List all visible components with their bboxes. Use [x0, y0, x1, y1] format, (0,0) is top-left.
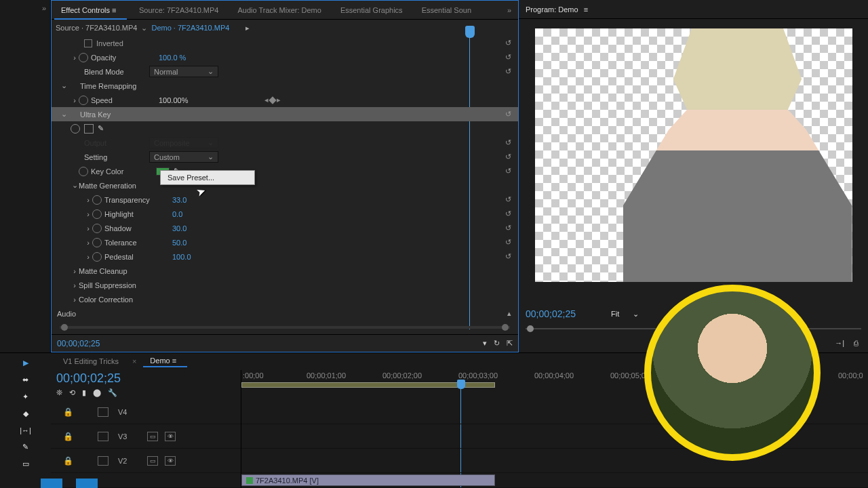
- reset-button[interactable]: [505, 39, 511, 47]
- shadow-value[interactable]: 30.0: [170, 224, 231, 232]
- reset-button[interactable]: [505, 53, 511, 62]
- wrench-icon[interactable]: 🔧: [108, 388, 117, 397]
- twisty-icon[interactable]: ⌄: [71, 181, 79, 190]
- play-icon[interactable]: ▸: [245, 24, 250, 33]
- inverted-checkbox[interactable]: [84, 39, 92, 47]
- slip-tool-icon[interactable]: |↔|: [20, 426, 31, 434]
- expand-panel-icon[interactable]: »: [0, 0, 50, 12]
- twisty-icon[interactable]: ›: [84, 210, 92, 218]
- stopwatch-icon[interactable]: [92, 224, 102, 233]
- track-toggle[interactable]: [98, 456, 108, 466]
- keyframe-nav[interactable]: ◂ ▸: [264, 96, 281, 104]
- twisty-icon[interactable]: ›: [84, 239, 92, 247]
- ultra-key-effect[interactable]: Ultra Key: [80, 110, 175, 119]
- highlight-value[interactable]: 0.0: [170, 210, 231, 218]
- lock-icon[interactable]: 🔒: [63, 407, 73, 417]
- track-lane-v1[interactable]: 7F2A3410.MP4 [V]: [241, 473, 868, 488]
- sequence-tab-active[interactable]: Demo: [143, 355, 186, 367]
- linked-selection-icon[interactable]: ⟲: [69, 388, 75, 397]
- mask-pen-icon[interactable]: ✎: [98, 124, 104, 133]
- export-icon[interactable]: ⇱: [507, 339, 513, 348]
- track-output-icon[interactable]: ▭: [147, 456, 158, 466]
- clip-link[interactable]: Demo · 7F2A3410.MP4: [151, 24, 229, 32]
- panel-menu-icon[interactable]: [584, 5, 592, 14]
- razor-tool-icon[interactable]: ◆: [23, 409, 28, 418]
- twisty-icon[interactable]: ›: [84, 253, 92, 261]
- track-header-v3[interactable]: 🔒 V3 ▭ 👁: [51, 424, 241, 449]
- loop-icon[interactable]: ↻: [494, 339, 500, 348]
- lock-icon[interactable]: 🔒: [63, 432, 73, 441]
- twisty-icon[interactable]: ›: [71, 54, 79, 62]
- track-select-tool-icon[interactable]: ⬌: [22, 375, 28, 384]
- filter-icon[interactable]: ▾: [483, 339, 487, 348]
- reset-button[interactable]: [505, 167, 511, 176]
- selection-tool-icon[interactable]: ▶: [23, 359, 28, 367]
- stopwatch-icon[interactable]: [92, 209, 102, 219]
- reset-button[interactable]: [505, 195, 511, 204]
- stopwatch-icon[interactable]: [79, 167, 88, 176]
- track-header-v1[interactable]: [51, 473, 241, 488]
- twisty-icon[interactable]: ⌄: [60, 81, 68, 90]
- mask-ellipse-icon[interactable]: [71, 124, 80, 134]
- track-toggle[interactable]: [98, 432, 108, 441]
- ripple-tool-icon[interactable]: ✦: [22, 392, 28, 401]
- lock-icon[interactable]: 🔒: [63, 456, 73, 466]
- reset-button[interactable]: [505, 152, 511, 161]
- twisty-icon[interactable]: ⌄: [60, 110, 68, 119]
- speed-value[interactable]: 100.00%: [156, 96, 217, 104]
- twisty-icon[interactable]: ›: [71, 267, 79, 275]
- program-timecode[interactable]: 00;00;02;25: [526, 308, 576, 319]
- reset-button[interactable]: [505, 224, 511, 232]
- twisty-icon[interactable]: ›: [71, 96, 79, 104]
- track-visibility-icon[interactable]: 👁: [165, 432, 176, 441]
- export-frame-icon[interactable]: ⎙: [854, 339, 859, 347]
- ec-timecode[interactable]: 00;00;02;25: [57, 339, 100, 348]
- stopwatch-icon[interactable]: [92, 238, 102, 247]
- mask-rect-icon[interactable]: [84, 124, 94, 134]
- pedestal-value[interactable]: 100.0: [170, 253, 231, 261]
- snap-icon[interactable]: ❊: [56, 388, 62, 397]
- settings-icon[interactable]: ⬤: [93, 388, 101, 397]
- track-header-v4[interactable]: 🔒 V4: [51, 400, 241, 424]
- panel-menu-icon[interactable]: [172, 357, 180, 365]
- blendmode-dropdown[interactable]: Normal⌄: [149, 66, 218, 77]
- timeline-timecode[interactable]: 00;00;02;25: [56, 371, 235, 386]
- twisty-icon[interactable]: ›: [71, 296, 79, 304]
- zoom-dropdown[interactable]: Fit⌄: [606, 308, 644, 320]
- twisty-icon[interactable]: ›: [71, 281, 79, 289]
- track-output-icon[interactable]: ▭: [147, 432, 158, 441]
- source-patch[interactable]: [76, 479, 98, 488]
- sequence-tab[interactable]: V1 Editing Tricks: [56, 356, 125, 367]
- reset-button[interactable]: [505, 67, 511, 76]
- stopwatch-icon[interactable]: [79, 96, 88, 105]
- output-dropdown[interactable]: Composite⌄: [149, 137, 218, 148]
- stopwatch-icon[interactable]: [79, 53, 88, 62]
- track-lane-v2[interactable]: [241, 449, 868, 473]
- reset-button[interactable]: [505, 252, 511, 261]
- program-viewport[interactable]: [519, 19, 868, 304]
- panel-menu-icon[interactable]: [112, 1, 120, 20]
- marker-icon[interactable]: ▮: [82, 388, 86, 397]
- save-preset-menu-item[interactable]: Save Preset...: [161, 171, 254, 184]
- twisty-icon[interactable]: ›: [84, 196, 92, 204]
- tab-essential-graphics[interactable]: Essential Graphics: [334, 1, 410, 20]
- insert-icon[interactable]: →|: [835, 339, 844, 347]
- reset-button[interactable]: [505, 209, 511, 218]
- track-toggle[interactable]: [98, 407, 108, 417]
- track-visibility-icon[interactable]: 👁: [165, 456, 176, 466]
- source-patch[interactable]: [41, 479, 62, 488]
- track-header-v2[interactable]: 🔒 V2 ▭ 👁: [51, 449, 241, 473]
- rectangle-tool-icon[interactable]: ▭: [22, 460, 29, 468]
- tab-essential-sound[interactable]: Essential Soun: [415, 1, 478, 20]
- reset-button[interactable]: [505, 238, 511, 247]
- collapse-icon[interactable]: ▴: [507, 309, 511, 318]
- stopwatch-icon[interactable]: [92, 195, 102, 205]
- reset-button[interactable]: [505, 110, 511, 119]
- video-clip[interactable]: 7F2A3410.MP4 [V]: [241, 474, 495, 486]
- tab-audio-mixer[interactable]: Audio Track Mixer: Demo: [231, 1, 328, 20]
- tab-effect-controls[interactable]: Effect Controls: [54, 1, 127, 20]
- tolerance-value[interactable]: 50.0: [170, 239, 231, 247]
- twisty-icon[interactable]: ›: [84, 224, 92, 232]
- tab-source[interactable]: Source: 7F2A3410.MP4: [132, 1, 225, 20]
- chevron-down-icon[interactable]: ⌄: [141, 24, 147, 33]
